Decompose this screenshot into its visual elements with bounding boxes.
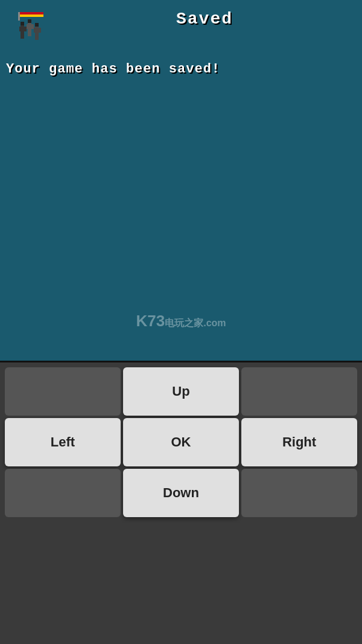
svg-rect-12 (31, 24, 34, 29)
down-button[interactable]: Down (123, 469, 239, 517)
svg-rect-7 (21, 34, 22, 39)
svg-rect-8 (22, 34, 24, 39)
watermark-suffix: 电玩之家 (165, 318, 203, 328)
empty-bottom-left (5, 469, 121, 517)
watermark-com: .com (203, 318, 226, 328)
empty-top-left (5, 367, 121, 416)
empty-bottom-right (241, 469, 357, 517)
character-sprite (16, 11, 57, 52)
game-header: Saved (0, 0, 362, 57)
svg-rect-9 (28, 19, 31, 23)
svg-rect-18 (39, 28, 41, 33)
svg-rect-19 (35, 35, 37, 40)
game-screen: Saved Your game has been saved! K73电玩之家.… (0, 0, 362, 362)
ok-button[interactable]: OK (123, 418, 239, 466)
svg-rect-11 (27, 24, 29, 29)
watermark: K73电玩之家.com (136, 312, 226, 330)
character-container (16, 11, 57, 52)
svg-rect-15 (35, 23, 39, 27)
svg-rect-2 (18, 12, 20, 21)
svg-rect-5 (19, 27, 22, 31)
title-area: Saved (57, 7, 352, 28)
svg-rect-14 (30, 31, 31, 36)
up-button[interactable]: Up (123, 367, 239, 416)
right-button[interactable]: Right (241, 418, 357, 466)
left-button[interactable]: Left (5, 418, 121, 466)
saved-title: Saved (176, 10, 233, 28)
save-message: Your game has been saved! (0, 62, 362, 77)
svg-rect-3 (21, 22, 24, 25)
svg-rect-1 (18, 14, 43, 17)
svg-rect-13 (28, 31, 30, 36)
empty-top-right (241, 367, 357, 416)
watermark-k73: K73 (136, 312, 165, 330)
svg-rect-20 (37, 35, 39, 40)
svg-rect-6 (24, 27, 27, 31)
controls-area: Up Left OK Right Down (0, 362, 362, 644)
svg-rect-17 (34, 28, 36, 33)
